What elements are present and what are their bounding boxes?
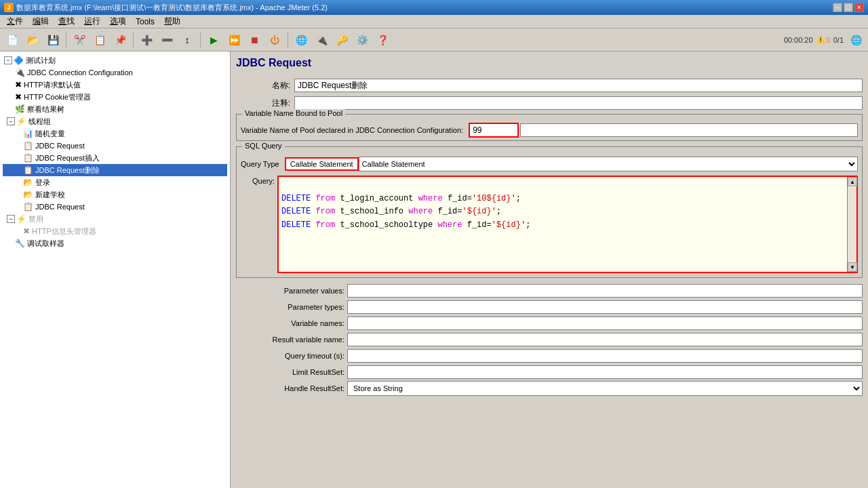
var-names-row: Variable names:	[236, 316, 863, 331]
help-button[interactable]: ❓	[373, 31, 392, 49]
name-input[interactable]	[294, 79, 863, 92]
maximize-button[interactable]: □	[844, 3, 853, 12]
start-no-pause-button[interactable]: ⏩	[224, 31, 243, 49]
main-layout: − 🔷 测试计划 🔌 JDBC Connection Configuration…	[0, 52, 868, 488]
http-default-label: HTTP请求默认值	[24, 80, 81, 90]
tree-item-jdbc-request-delete[interactable]: 📋 JDBC Request删除	[3, 164, 227, 176]
jdbc-request-3-label: JDBC Request	[35, 203, 85, 211]
tree-item-debug-sampler[interactable]: 🔧 调试取样器	[3, 237, 227, 249]
tree-item-http-header[interactable]: ✖ HTTP信息头管理器	[3, 225, 227, 237]
result-var-label: Result variable name:	[236, 336, 344, 344]
query-container: DELETE from t_login_account where f_id='…	[277, 176, 858, 273]
debug-sampler-label: 调试取样器	[27, 239, 64, 249]
jdbc-panel-title: JDBC Request	[236, 57, 863, 72]
collapse-button[interactable]: ➖	[157, 31, 176, 49]
clear-button[interactable]: 🌐	[846, 31, 865, 49]
menu-help[interactable]: 帮助	[160, 15, 184, 28]
tree-item-jdbc-request-3[interactable]: 📋 JDBC Request	[3, 201, 227, 213]
query-type-label: Query Type	[241, 160, 279, 168]
cut-button[interactable]: ✂️	[70, 31, 89, 49]
tree-item-test-plan[interactable]: − 🔷 测试计划	[3, 54, 227, 66]
sql-section: SQL Query Query Type Callable Statement …	[236, 146, 863, 278]
param-values-input[interactable]	[347, 284, 863, 298]
random-var-icon: 📊	[23, 129, 33, 138]
tree-item-new-school[interactable]: 📂 新建学校	[3, 188, 227, 201]
param-types-input[interactable]	[347, 300, 863, 314]
copy-button[interactable]: 📋	[90, 31, 109, 49]
new-school-label: 新建学校	[35, 190, 65, 200]
separator-1	[66, 33, 66, 47]
remote-start-button[interactable]: 🌐	[292, 31, 311, 49]
menu-find[interactable]: 查找	[54, 15, 79, 28]
start-button[interactable]: ▶	[204, 31, 223, 49]
separator-4	[288, 33, 288, 47]
open-button[interactable]: 📂	[23, 31, 42, 49]
title-controls[interactable]: ─ □ ✕	[833, 3, 864, 12]
new-button[interactable]: 📄	[3, 31, 22, 49]
jdbc-request-insert-icon: 📋	[23, 153, 33, 163]
disabled-icon: ⚡	[16, 214, 26, 224]
toggle-button[interactable]: ↕️	[178, 31, 197, 49]
tree-item-login[interactable]: 📂 登录	[3, 176, 227, 188]
http-header-icon: ✖	[23, 226, 30, 236]
limit-result-label: Limit ResultSet:	[236, 368, 344, 376]
scroll-down-btn[interactable]: ▼	[848, 262, 857, 272]
results-tree-icon: 🌿	[15, 104, 25, 114]
expand-button[interactable]: ➕	[137, 31, 156, 49]
query-timeout-input[interactable]	[347, 349, 863, 363]
test-plan-label: 测试计划	[26, 56, 56, 66]
shutdown-button[interactable]: ⏻	[265, 31, 284, 49]
menu-run[interactable]: 运行	[80, 15, 104, 28]
http-default-icon: ✖	[15, 80, 22, 89]
expand-thread-group[interactable]: −	[7, 117, 15, 125]
http-cookie-icon: ✖	[15, 92, 22, 102]
pool-full-input[interactable]	[520, 123, 858, 137]
expand-disabled[interactable]: −	[7, 215, 15, 223]
menu-tools[interactable]: Tools	[132, 16, 159, 27]
query-scrollbar[interactable]: ▲ ▼	[847, 177, 856, 272]
stop-button[interactable]: ⏹	[245, 31, 264, 49]
separator-2	[133, 33, 134, 47]
tree-item-random-var[interactable]: 📊 随机变量	[3, 127, 227, 140]
results-tree-label: 察看结果树	[27, 104, 64, 115]
scroll-up-btn[interactable]: ▲	[848, 177, 857, 186]
tree-item-jdbc-request-insert[interactable]: 📋 JDBC Request插入	[3, 152, 227, 164]
tree-item-jdbc-config[interactable]: 🔌 JDBC Connection Configuration	[3, 66, 227, 79]
tree-item-jdbc-request-1[interactable]: 📋 JDBC Request	[3, 140, 227, 152]
function-button[interactable]: ⚙️	[353, 31, 372, 49]
sql-section-title: SQL Query	[242, 142, 285, 150]
pool-section-title: Variable Name Bound to Pool	[242, 109, 345, 117]
menu-options[interactable]: 选项	[106, 15, 130, 28]
comment-input[interactable]	[294, 96, 863, 110]
new-school-icon: 📂	[23, 190, 33, 199]
jdbc-request-1-icon: 📋	[23, 141, 33, 150]
comment-row: 注释:	[236, 96, 863, 110]
jdbc-request-insert-label: JDBC Request插入	[35, 153, 100, 163]
tree-item-http-cookie[interactable]: ✖ HTTP Cookie管理器	[3, 91, 227, 103]
result-var-input[interactable]	[347, 333, 863, 346]
param-values-label: Parameter values:	[236, 287, 344, 295]
limit-result-input[interactable]	[347, 365, 863, 379]
minimize-button[interactable]: ─	[833, 3, 842, 12]
query-editor[interactable]: DELETE from t_login_account where f_id='…	[279, 177, 856, 272]
tree-item-results-tree[interactable]: 🌿 察看结果树	[3, 103, 227, 115]
right-panel: JDBC Request 名称: 注释: Variable Name Bound…	[231, 52, 868, 488]
remote-exit-button[interactable]: 🔑	[332, 31, 351, 49]
tree-item-disabled[interactable]: − ⚡ 禁用	[3, 213, 227, 225]
query-type-select[interactable]: Callable Statement Select Statement Upda…	[359, 157, 858, 171]
close-button[interactable]: ✕	[854, 3, 864, 12]
tree-item-http-default[interactable]: ✖ HTTP请求默认值	[3, 79, 227, 91]
paste-button[interactable]: 📌	[111, 31, 130, 49]
handle-result-select[interactable]: Store as String Count Records Store as O…	[347, 381, 863, 396]
jdbc-panel: JDBC Request 名称: 注释: Variable Name Bound…	[231, 52, 868, 401]
remote-stop-button[interactable]: 🔌	[312, 31, 331, 49]
menu-edit[interactable]: 编辑	[28, 15, 53, 28]
pool-value-input[interactable]	[470, 124, 517, 136]
var-names-input[interactable]	[347, 317, 863, 330]
expand-test-plan[interactable]: −	[4, 56, 12, 64]
jdbc-config-icon: 🔌	[15, 68, 25, 77]
menu-file[interactable]: 文件	[3, 15, 27, 28]
limit-result-row: Limit ResultSet:	[236, 365, 863, 380]
tree-item-thread-group[interactable]: − ⚡ 线程组	[3, 115, 227, 127]
save-button[interactable]: 💾	[43, 31, 62, 49]
